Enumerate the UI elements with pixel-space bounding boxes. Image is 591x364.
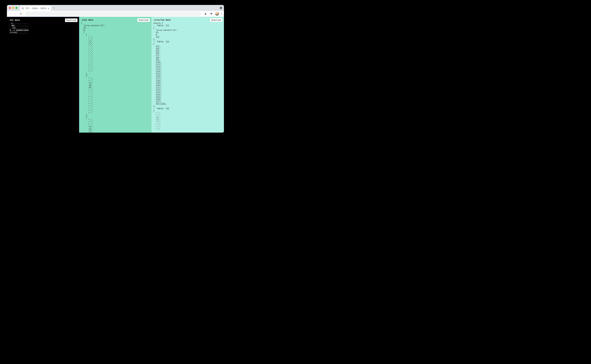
download-txt-button[interactable]: Download [65, 19, 78, 22]
reload-button[interactable] [19, 12, 23, 16]
chevron-down-icon [220, 7, 222, 9]
browser-toolbar [7, 11, 224, 17]
arrow-left-icon [9, 13, 12, 15]
puzzle-icon [210, 13, 213, 15]
browser-menu-button[interactable] [221, 12, 222, 15]
txt-content[interactable]: ..Cc............ ..3B6........... ...3A1… [9, 22, 77, 34]
back-button[interactable] [8, 12, 13, 16]
window-controls [8, 7, 19, 9]
page-content: Download .txt data ..Cc............ ..3B… [7, 17, 224, 133]
profile-avatar[interactable] [215, 12, 219, 16]
globe-icon [22, 7, 24, 10]
star-icon [204, 13, 207, 15]
forward-button[interactable] [13, 12, 18, 16]
close-tab-button[interactable]: ✕ [47, 7, 49, 10]
lua-pane: Download .orca/lua data return { -- Tabl… [151, 17, 224, 133]
window-minimize-button[interactable] [12, 7, 14, 9]
txt-pane: Download .txt data ..Cc............ ..3B… [7, 17, 79, 133]
toolbar-right [203, 12, 223, 16]
extensions-button[interactable] [209, 12, 214, 16]
tab-overflow-button[interactable] [220, 6, 222, 9]
download-lua-button[interactable]: Download [210, 18, 222, 22]
json-pane: Download .json data [ "orca-convert-51",… [79, 17, 151, 133]
browser-tab[interactable]: TXT ↔ JSON ↔ ORCA ✕ [20, 6, 51, 11]
window-close-button[interactable] [9, 7, 11, 9]
tab-title: TXT ↔ JSON ↔ ORCA [25, 7, 46, 10]
tab-bar: TXT ↔ JSON ↔ ORCA ✕ ＋ [7, 5, 224, 11]
arrow-right-icon [14, 13, 17, 15]
window-maximize-button[interactable] [15, 7, 18, 9]
download-json-button[interactable]: Download [137, 18, 150, 22]
new-tab-button[interactable]: ＋ [52, 6, 56, 10]
browser-window: TXT ↔ JSON ↔ ORCA ✕ ＋ [7, 5, 224, 133]
address-bar[interactable] [25, 12, 201, 16]
json-content[interactable]: [ "orca-convert-51", 15, 4, [ [ ".", "."… [81, 22, 150, 133]
reload-icon [20, 13, 22, 15]
bookmark-button[interactable] [203, 12, 208, 16]
lua-content[interactable]: return { -- Table: {1} { "orca-convert-5… [153, 22, 222, 130]
